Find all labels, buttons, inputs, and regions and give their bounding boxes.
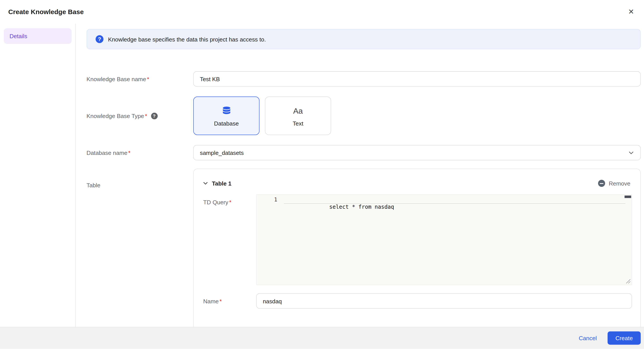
sidebar-item-label: Details: [10, 33, 27, 39]
close-icon[interactable]: ✕: [626, 7, 636, 17]
help-icon: ?: [96, 35, 104, 43]
chevron-down-icon: [628, 150, 634, 156]
minus-circle-icon: [598, 180, 605, 187]
help-icon[interactable]: ?: [151, 113, 158, 119]
label-text: Database name: [86, 149, 128, 156]
td-query-editor[interactable]: 1 select * from nasdaq: [256, 194, 632, 285]
table-label: Table: [86, 169, 193, 188]
label-text: Name: [203, 298, 219, 304]
editor-gutter: 1: [256, 196, 284, 285]
database-name-label: Database name*: [86, 149, 193, 156]
required-asterisk: *: [147, 76, 149, 82]
table-row: Table Table 1 Remove: [86, 169, 641, 327]
table-name-label: Name*: [203, 298, 256, 304]
editor-scrollbar-thumb[interactable]: [624, 195, 631, 198]
modal-footer: Cancel Create: [0, 327, 644, 349]
table-name-row: Name*: [194, 293, 640, 309]
text-icon: Aa: [293, 105, 303, 116]
kb-type-options: Database Aa Text: [193, 97, 331, 135]
required-asterisk: *: [128, 149, 130, 156]
cancel-button[interactable]: Cancel: [574, 331, 602, 344]
kb-type-option-label: Database: [214, 120, 239, 127]
kb-name-label: Knowledge Base name*: [86, 76, 193, 82]
editor-code[interactable]: select * from nasdaq: [284, 196, 624, 218]
chevron-down-icon: [203, 181, 208, 186]
database-name-select[interactable]: sample_datasets: [193, 145, 641, 160]
select-value: sample_datasets: [200, 149, 244, 156]
resize-handle-icon[interactable]: [626, 279, 631, 284]
kb-type-row: Knowledge Base Type* ? Database Aa Text: [86, 97, 641, 135]
required-asterisk: *: [220, 298, 222, 304]
td-query-label: TD Query*: [203, 194, 256, 206]
table-title: Table 1: [212, 180, 232, 187]
database-icon: [221, 105, 232, 116]
label-text: Knowledge Base Type: [86, 113, 144, 119]
code-line: select * from nasdaq: [329, 204, 394, 210]
modal-header: Create Knowledge Base ✕: [0, 0, 644, 24]
create-knowledge-base-modal: Create Knowledge Base ✕ Details ? Knowle…: [0, 0, 644, 349]
banner-text: Knowledge base specifies the data this p…: [108, 36, 266, 42]
table-panel: Table 1 Remove TD Query* 1: [193, 169, 641, 327]
td-query-row: TD Query* 1 select * from nasdaq: [194, 194, 640, 285]
sidebar-item-details[interactable]: Details: [4, 28, 72, 44]
table-name-input[interactable]: [256, 293, 632, 309]
label-text: TD Query: [203, 199, 228, 205]
label-text: Table: [86, 182, 100, 188]
required-asterisk: *: [229, 199, 232, 205]
active-line-underline: [284, 203, 625, 204]
remove-table-button[interactable]: Remove: [598, 180, 630, 187]
remove-label: Remove: [609, 180, 630, 187]
create-button[interactable]: Create: [608, 331, 641, 344]
kb-type-option-text[interactable]: Aa Text: [265, 97, 331, 135]
label-text: Knowledge Base name: [86, 76, 146, 82]
table-collapse-toggle[interactable]: Table 1: [203, 180, 232, 187]
sidebar: Details: [0, 24, 76, 327]
info-banner: ? Knowledge base specifies the data this…: [86, 29, 641, 49]
kb-name-input[interactable]: [193, 71, 641, 87]
required-asterisk: *: [145, 113, 147, 119]
line-number: 1: [256, 196, 277, 203]
main-content: ? Knowledge base specifies the data this…: [76, 24, 644, 327]
kb-type-option-label: Text: [293, 120, 303, 127]
database-name-row: Database name* sample_datasets: [86, 145, 641, 160]
table-panel-header: Table 1 Remove: [194, 169, 640, 187]
kb-name-row: Knowledge Base name*: [86, 71, 641, 87]
kb-type-label: Knowledge Base Type* ?: [86, 113, 193, 119]
kb-type-option-database[interactable]: Database: [193, 97, 260, 135]
page-title: Create Knowledge Base: [8, 8, 84, 16]
